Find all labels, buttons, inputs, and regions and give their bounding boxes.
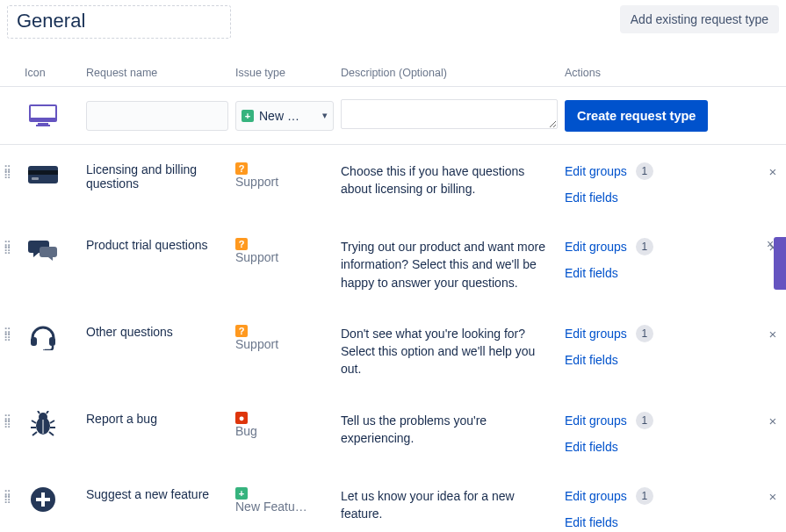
bug-icon <box>28 412 58 436</box>
delete-row-button[interactable]: × <box>760 487 786 504</box>
request-name: Licensing and billing questions <box>83 162 232 191</box>
svg-rect-15 <box>36 498 50 501</box>
description-text: Let us know your idea for a new feature. <box>337 487 561 523</box>
issue-type-label: Support <box>235 175 278 189</box>
delete-row-button[interactable]: × <box>760 412 786 428</box>
svg-rect-2 <box>38 123 48 125</box>
svg-rect-7 <box>31 337 37 346</box>
issue-type-icon: ? <box>235 162 248 175</box>
col-issue-type: Issue type <box>232 67 337 79</box>
request-name: Suggest a new feature <box>83 487 232 501</box>
issue-type-label: Bug <box>235 424 257 438</box>
issue-type-icon: ● <box>235 412 248 424</box>
credit-card-icon <box>28 162 58 187</box>
feedback-side-tab[interactable] <box>774 237 786 290</box>
issue-type-icon: ? <box>235 325 248 337</box>
group-count-badge: 1 <box>636 162 653 180</box>
issue-type: ? Support <box>232 325 337 351</box>
monitor-icon[interactable] <box>28 104 58 128</box>
issue-type: + New Featu… <box>232 487 337 514</box>
issue-type-select-label: New … <box>259 109 299 123</box>
drag-handle-icon[interactable]: ⠿⠿ <box>0 238 21 254</box>
add-existing-request-type-button[interactable]: Add existing request type <box>620 5 779 33</box>
chevron-down-icon: ▾ <box>322 110 328 121</box>
table-row: ⠿⠿ Product trial questions ? Support Try… <box>0 220 786 307</box>
description-text: Don't see what you're looking for? Selec… <box>337 325 561 378</box>
issue-type: ? Support <box>232 162 337 189</box>
edit-fields-link[interactable]: Edit fields <box>565 266 618 280</box>
headset-icon <box>28 325 58 349</box>
request-name: Report a bug <box>83 412 232 426</box>
group-count-badge: 1 <box>636 412 653 429</box>
edit-fields-link[interactable]: Edit fields <box>565 191 618 205</box>
col-request-name: Request name <box>83 67 232 79</box>
create-request-type-button[interactable]: Create request type <box>565 100 708 132</box>
drag-handle-icon[interactable]: ⠿⠿ <box>0 412 21 428</box>
description-text: Trying out our product and want more inf… <box>337 238 561 291</box>
table-row: ⠿⠿ Licensing and billing questions ? Sup… <box>0 145 786 220</box>
plus-square-icon: + <box>242 110 254 122</box>
edit-groups-link[interactable]: Edit groups <box>565 413 627 428</box>
delete-row-button[interactable]: × <box>760 162 786 179</box>
group-count-badge: 1 <box>636 238 653 255</box>
issue-type: ? Support <box>232 238 337 264</box>
issue-type-icon: + <box>235 487 248 500</box>
request-name: Product trial questions <box>83 238 232 252</box>
col-icon: Icon <box>21 67 83 79</box>
delete-row-button[interactable]: × <box>760 325 786 341</box>
table-row: ⠿⠿ Report a bug ● Bug Tell us the proble… <box>0 394 786 470</box>
issue-type-select[interactable]: + New … ▾ <box>235 101 334 131</box>
edit-groups-link[interactable]: Edit groups <box>565 327 627 341</box>
table-header: Icon Request name Issue type Description… <box>0 42 786 87</box>
svg-rect-1 <box>30 118 56 121</box>
svg-rect-5 <box>28 170 58 175</box>
request-name: Other questions <box>83 325 232 339</box>
edit-groups-link[interactable]: Edit groups <box>565 489 627 503</box>
svg-rect-3 <box>36 125 50 126</box>
svg-rect-6 <box>32 177 39 180</box>
plus-icon <box>28 487 58 512</box>
col-actions: Actions <box>561 67 786 79</box>
drag-handle-icon[interactable]: ⠿⠿ <box>0 487 21 503</box>
svg-rect-8 <box>49 337 55 346</box>
issue-type-label: New Featu… <box>235 500 307 514</box>
group-count-badge: 1 <box>636 325 653 342</box>
issue-type-label: Support <box>235 337 278 351</box>
edit-fields-link[interactable]: Edit fields <box>565 515 618 529</box>
chat-icon <box>28 238 58 262</box>
table-row: ⠿⠿ Suggest a new feature + New Featu… Le… <box>0 470 786 532</box>
svg-point-9 <box>43 349 45 350</box>
table-row: ⠿⠿ Other questions ? Support Don't see w… <box>0 307 786 394</box>
description-text: Choose this if you have questions about … <box>337 162 561 198</box>
new-request-row: + New … ▾ Create request type <box>0 87 786 145</box>
col-description: Description (Optional) <box>337 67 561 79</box>
drag-handle-icon[interactable]: ⠿⠿ <box>0 162 21 178</box>
issue-type-icon: ? <box>235 238 248 250</box>
edit-fields-link[interactable]: Edit fields <box>565 440 618 454</box>
description-input[interactable] <box>341 99 558 129</box>
description-text: Tell us the problems you're experiencing… <box>337 412 561 448</box>
drag-handle-icon[interactable]: ⠿⠿ <box>0 325 21 341</box>
request-name-input[interactable] <box>86 101 228 131</box>
group-count-badge: 1 <box>636 487 653 505</box>
edit-groups-link[interactable]: Edit groups <box>565 240 627 254</box>
issue-type: ● Bug <box>232 412 337 438</box>
edit-groups-link[interactable]: Edit groups <box>565 164 627 178</box>
edit-fields-link[interactable]: Edit fields <box>565 353 618 367</box>
group-title-input[interactable]: General <box>7 5 231 39</box>
issue-type-label: Support <box>235 250 278 264</box>
